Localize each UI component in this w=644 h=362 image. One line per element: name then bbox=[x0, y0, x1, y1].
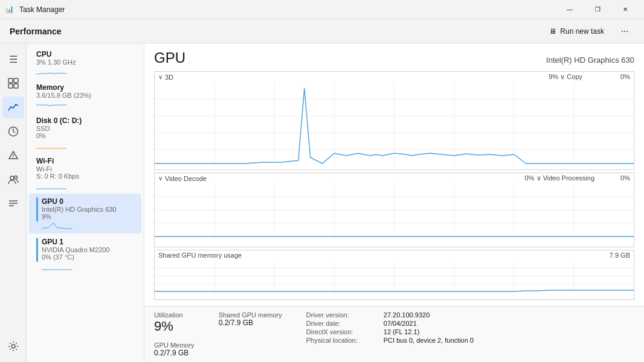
chart-video-proc: Video Processing bbox=[543, 174, 594, 182]
chart-3d-svg bbox=[155, 82, 634, 167]
title-bar: 📊 Task Manager — ❐ ✕ bbox=[0, 0, 644, 19]
utilization-value: 9% bbox=[154, 319, 195, 334]
content-area: GPU Intel(R) HD Graphics 630 ∨ 3D 9% ∨ bbox=[144, 43, 644, 362]
more-icon: ⋯ bbox=[621, 27, 628, 36]
chart-memory-svg bbox=[155, 260, 634, 293]
history-button[interactable] bbox=[2, 121, 24, 142]
chart-memory-label: Shared GPU memory usage bbox=[158, 252, 242, 259]
stats-area: Utilization 9% GPU Memory 0.2/7.9 GB Sha… bbox=[144, 306, 644, 362]
run-new-task-button[interactable]: 🖥 Run new task bbox=[543, 25, 610, 38]
nav-panel: CPU 3% 1.30 GHz Memory 3.6/15.8 GB (23%) bbox=[27, 43, 144, 362]
toolbar: Performance 🖥 Run new task ⋯ bbox=[0, 19, 644, 43]
toolbar-actions: 🖥 Run new task ⋯ bbox=[543, 25, 634, 38]
svg-rect-0 bbox=[8, 78, 13, 83]
minimize-button[interactable]: — bbox=[556, 0, 584, 19]
driver-date-label: Driver date: bbox=[306, 320, 379, 327]
icon-sidebar-bottom bbox=[2, 335, 24, 357]
chart-memory-label-row: Shared GPU memory usage 7.9 GB bbox=[155, 250, 634, 260]
gpu1-nav-sub2: 0% (37 °C) bbox=[42, 253, 134, 261]
performance-button[interactable] bbox=[2, 97, 24, 118]
memory-nav-sub: 3.6/15.8 GB (23%) bbox=[36, 92, 134, 99]
chart-3d-label: 3D bbox=[165, 74, 173, 81]
toolbar-title: Performance bbox=[10, 27, 62, 36]
shared-gpu-label: Shared GPU memory bbox=[219, 311, 282, 319]
gpu-model: Intel(R) HD Graphics 630 bbox=[546, 56, 634, 65]
disk-nav-sub1: SSD bbox=[36, 125, 134, 132]
driver-date-value: 07/04/2021 bbox=[384, 320, 417, 327]
chart-memory: Shared GPU memory usage 7.9 GB bbox=[154, 250, 634, 300]
gpu-panel: GPU Intel(R) HD Graphics 630 ∨ 3D 9% ∨ bbox=[144, 43, 644, 306]
gpu1-nav-sub1: NVIDIA Quadro M2200 bbox=[42, 246, 134, 253]
gpu0-nav-sub2: 9% bbox=[42, 213, 134, 220]
cpu-nav-sub: 3% 1.30 GHz bbox=[36, 59, 134, 66]
app-body: ☰ bbox=[0, 43, 644, 362]
more-button[interactable]: ⋯ bbox=[615, 25, 634, 38]
gpu-title: GPU bbox=[154, 49, 185, 66]
users-button[interactable] bbox=[2, 169, 24, 191]
svg-point-12 bbox=[11, 345, 15, 348]
nav-item-wifi[interactable]: Wi-Fi Wi-Fi S: 0 R: 0 Kbps bbox=[29, 153, 141, 193]
details-button[interactable] bbox=[2, 193, 24, 215]
run-new-task-label: Run new task bbox=[560, 27, 604, 36]
stat-shared: Shared GPU memory 0.2/7.9 GB bbox=[219, 311, 282, 357]
directx-value: 12 (FL 12.1) bbox=[384, 328, 420, 335]
icon-sidebar: ☰ bbox=[0, 43, 27, 362]
chart-3d-copy-label: ∨ bbox=[560, 73, 567, 80]
gpu1-nav-title: GPU 1 bbox=[42, 238, 134, 246]
wifi-nav-sub2: S: 0 R: 0 Kbps bbox=[36, 173, 134, 180]
processes-button[interactable] bbox=[2, 72, 24, 94]
nav-item-cpu[interactable]: CPU 3% 1.30 GHz bbox=[29, 46, 141, 79]
utilization-label: Utilization bbox=[154, 311, 195, 319]
cpu-nav-title: CPU bbox=[36, 50, 134, 59]
run-new-task-icon: 🖥 bbox=[549, 27, 556, 36]
nav-item-gpu0[interactable]: GPU 0 Intel(R) HD Graphics 630 9% bbox=[29, 194, 141, 233]
shared-gpu-value: 0.2/7.9 GB bbox=[219, 319, 282, 327]
chart-video-label-row: ∨ Video Decode 0% ∨ Video Processing 0% bbox=[155, 173, 634, 183]
chevron-3d[interactable]: ∨ bbox=[158, 74, 163, 80]
chart-3d-label-row: ∨ 3D 9% ∨ Copy 0% bbox=[155, 72, 634, 82]
chart-video-label: Video Decode bbox=[165, 175, 207, 182]
close-button[interactable]: ✕ bbox=[611, 0, 639, 19]
chart-video-svg bbox=[155, 183, 634, 238]
svg-point-8 bbox=[14, 176, 17, 179]
nav-item-gpu1[interactable]: GPU 1 NVIDIA Quadro M2200 0% (37 °C) bbox=[29, 234, 141, 274]
gpu-header: GPU Intel(R) HD Graphics 630 bbox=[154, 49, 634, 66]
chart-3d-pct: 9% bbox=[549, 73, 558, 80]
chart-video: ∨ Video Decode 0% ∨ Video Processing 0% bbox=[154, 173, 634, 247]
gpu0-nav-sub1: Intel(R) HD Graphics 630 bbox=[42, 206, 134, 213]
title-bar-controls: — ❐ ✕ bbox=[556, 0, 639, 19]
charts-container: ∨ 3D 9% ∨ Copy 0% bbox=[154, 71, 634, 300]
physical-location-label: Physical location: bbox=[306, 337, 379, 344]
chart-3d: ∨ 3D 9% ∨ Copy 0% bbox=[154, 71, 634, 170]
nav-item-disk[interactable]: Disk 0 (C: D:) SSD 0% bbox=[29, 113, 141, 153]
directx-label: DirectX version: bbox=[306, 328, 379, 335]
driver-info: Driver version: 27.20.100.9320 Driver da… bbox=[306, 311, 474, 357]
physical-location-value: PCI bus 0, device 2, function 0 bbox=[384, 337, 474, 344]
chevron-video[interactable]: ∨ bbox=[158, 175, 163, 182]
svg-rect-2 bbox=[8, 84, 13, 88]
gpu0-nav-title: GPU 0 bbox=[42, 197, 134, 206]
title-bar-text: Task Manager bbox=[19, 5, 556, 14]
svg-point-6 bbox=[13, 157, 13, 157]
wifi-nav-sub1: Wi-Fi bbox=[36, 165, 134, 173]
driver-version-label: Driver version: bbox=[306, 311, 379, 319]
app-icon: 📊 bbox=[5, 5, 14, 14]
driver-version-value: 27.20.100.9320 bbox=[384, 311, 430, 319]
chart-video-far-pct: 0% bbox=[620, 174, 630, 182]
memory-nav-title: Memory bbox=[36, 83, 134, 92]
chart-video-pct: 0% bbox=[525, 174, 535, 182]
svg-rect-1 bbox=[14, 78, 18, 83]
chart-3d-copy: Copy bbox=[567, 73, 582, 80]
wifi-nav-title: Wi-Fi bbox=[36, 157, 134, 165]
stat-utilization: Utilization 9% GPU Memory 0.2/7.9 GB bbox=[154, 311, 195, 357]
startup-button[interactable] bbox=[2, 145, 24, 167]
chart-3d-far-pct: 0% bbox=[620, 73, 630, 80]
settings-button[interactable] bbox=[2, 335, 24, 357]
restore-button[interactable]: ❐ bbox=[584, 0, 611, 19]
disk-nav-sub2: 0% bbox=[36, 132, 134, 139]
disk-nav-title: Disk 0 (C: D:) bbox=[36, 116, 134, 125]
chart-video-proc-icon: ∨ bbox=[536, 174, 543, 182]
hamburger-button[interactable]: ☰ bbox=[2, 48, 24, 70]
nav-item-memory[interactable]: Memory 3.6/15.8 GB (23%) bbox=[29, 80, 141, 112]
svg-rect-3 bbox=[14, 84, 18, 88]
